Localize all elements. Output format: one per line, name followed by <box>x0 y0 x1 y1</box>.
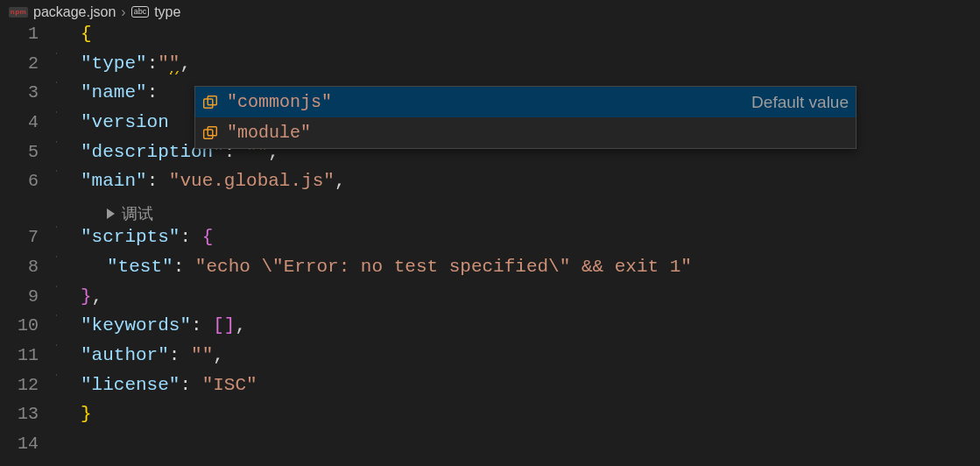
code-content[interactable]: "keywords": [], <box>81 315 246 335</box>
chevron-right-icon: › <box>121 4 125 20</box>
token-punct: , <box>335 171 346 191</box>
token-punct: : <box>173 257 195 277</box>
suggest-item[interactable]: "module" <box>195 117 856 148</box>
code-content[interactable]: "type":"", <box>81 53 191 74</box>
code-line[interactable]: 6"main": "vue.global.js", <box>0 171 980 201</box>
codelens-debug[interactable]: 调试 <box>0 201 980 227</box>
line-number: 3 <box>0 82 54 102</box>
token-string: "ISC" <box>202 375 257 395</box>
play-icon <box>107 208 115 219</box>
token-punct: : <box>180 227 201 247</box>
breadcrumb-file[interactable]: package.json <box>33 4 116 20</box>
suggest-label: "commonjs" <box>227 92 332 112</box>
token-string: " <box>169 53 180 74</box>
token-punct: : <box>180 375 201 395</box>
line-number: 14 <box>0 434 54 454</box>
suggest-detail: Default value <box>751 93 849 112</box>
token-key: "license" <box>81 375 180 395</box>
code-content[interactable]: "scripts": { <box>81 227 213 247</box>
token-key: "test" <box>107 257 173 277</box>
token-punct: , <box>213 345 224 365</box>
token-punct: : <box>147 82 169 102</box>
breadcrumb-symbol[interactable]: type <box>154 4 180 20</box>
line-number: 8 <box>0 257 54 277</box>
code-line[interactable]: 8"test": "echo \"Error: no test specifie… <box>0 257 980 286</box>
line-number: 6 <box>0 171 54 191</box>
code-line[interactable]: 12"license": "ISC" <box>0 375 980 405</box>
code-line[interactable]: 2"type":"", <box>0 53 980 83</box>
token-bracket-sq: [ <box>213 315 224 335</box>
token-punct: , <box>180 53 191 74</box>
code-line[interactable]: 14 <box>0 434 980 463</box>
string-symbol-icon: abc <box>131 6 150 18</box>
code-line[interactable]: 1{ <box>0 24 980 53</box>
code-content[interactable]: } <box>81 404 92 424</box>
token-brace-inner: { <box>202 227 214 247</box>
line-number: 2 <box>0 53 54 74</box>
suggest-item[interactable]: "commonjs"Default value <box>195 87 856 117</box>
line-number: 13 <box>0 404 54 424</box>
token-punct: : <box>147 171 169 191</box>
code-content[interactable]: "version <box>81 112 169 132</box>
token-key: "scripts" <box>81 227 180 247</box>
line-number: 4 <box>0 112 54 132</box>
token-punct: , <box>235 315 246 335</box>
token-string: "vue.global.js" <box>169 171 335 191</box>
code-content[interactable]: }, <box>81 286 102 307</box>
code-line[interactable]: 11"author": "", <box>0 345 980 375</box>
npm-icon: npm <box>9 7 28 18</box>
suggest-label: "module" <box>227 123 311 143</box>
code-content[interactable]: "main": "vue.global.js", <box>81 171 345 191</box>
enum-member-icon <box>202 95 218 110</box>
code-content[interactable]: "license": "ISC" <box>81 375 257 395</box>
token-key: "name" <box>81 82 147 102</box>
enum-member-icon <box>202 125 218 141</box>
line-number: 12 <box>0 375 54 395</box>
code-line[interactable]: 9}, <box>0 286 980 316</box>
token-string: "" <box>191 345 213 365</box>
token-key: "type" <box>81 53 147 74</box>
token-key: "main" <box>81 171 147 191</box>
token-brace-inner: } <box>81 286 92 307</box>
token-brace: } <box>81 404 92 424</box>
token-punct: , <box>92 286 103 307</box>
code-content[interactable]: "test": "echo \"Error: no test specified… <box>81 257 692 277</box>
token-key: "author" <box>81 345 169 365</box>
token-string: "echo \"Error: no test specified\" && ex… <box>195 257 692 277</box>
line-number: 11 <box>0 345 54 365</box>
line-number: 5 <box>0 142 54 162</box>
line-number: 9 <box>0 286 54 307</box>
line-number: 10 <box>0 315 54 335</box>
codelens-label: 调试 <box>122 203 153 224</box>
token-key: "keywords" <box>81 315 191 335</box>
code-content[interactable]: { <box>81 24 92 44</box>
breadcrumb[interactable]: npm package.json › abc type <box>0 0 980 24</box>
code-line[interactable]: 13} <box>0 404 980 434</box>
code-content[interactable]: "name": <box>81 82 169 102</box>
code-line[interactable]: 10"keywords": [], <box>0 315 980 345</box>
code-line[interactable]: 7"scripts": { <box>0 227 980 257</box>
suggest-widget[interactable]: "commonjs"Default value"module" <box>194 86 857 149</box>
code-content[interactable]: "author": "", <box>81 345 224 365</box>
token-bracket-sq: ] <box>224 315 236 335</box>
token-key: "version <box>81 112 169 132</box>
line-number: 1 <box>0 24 54 44</box>
token-punct: : <box>191 315 213 335</box>
token-punct: : <box>147 53 159 74</box>
token-punct: : <box>169 345 191 365</box>
token-brace: { <box>81 24 92 44</box>
line-number: 7 <box>0 227 54 247</box>
token-string: " <box>158 53 169 74</box>
